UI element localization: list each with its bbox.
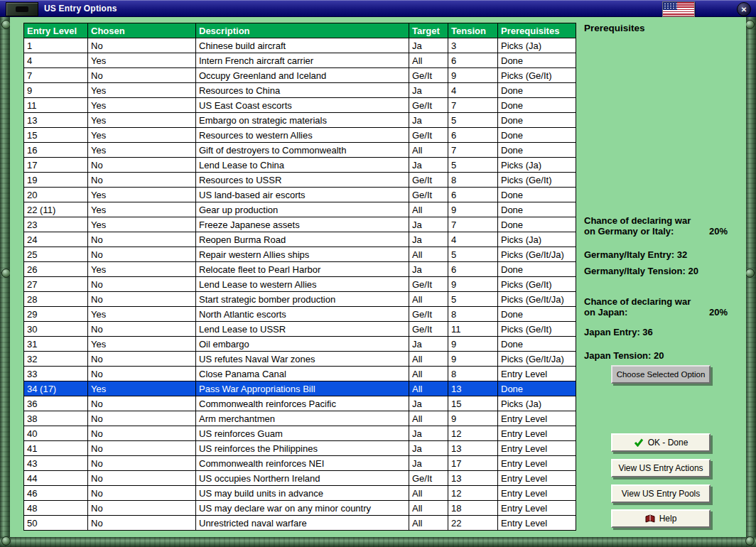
table-cell: Yes [88, 188, 196, 202]
table-cell: Pass War Appropriations Bill [196, 381, 409, 396]
ok-done-button[interactable]: OK - Done [611, 433, 711, 452]
table-cell: 43 [24, 456, 88, 471]
table-cell: No [88, 292, 196, 307]
table-row[interactable]: 46NoUS may build units in advanceAll12En… [24, 486, 576, 501]
table-row[interactable]: 28NoStart strategic bomber productionAll… [24, 292, 576, 307]
table-cell: No [88, 232, 196, 247]
table-row[interactable]: 1NoChinese build aircraftJa3Picks (Ja) [24, 38, 576, 53]
table-row[interactable]: 9YesResources to ChinaJa4Done [24, 83, 576, 98]
table-row[interactable]: 17NoLend Lease to ChinaJa5Picks (Ja) [24, 158, 576, 173]
table-cell: 9 [24, 83, 88, 98]
table-row[interactable]: 41NoUS reinforces the PhilippinesJa13Ent… [24, 441, 576, 456]
table-cell: Lend Lease to China [196, 158, 409, 173]
table-cell: Ge/It [409, 173, 448, 188]
table-cell: Done [498, 53, 576, 68]
window-title: US Entry Options [44, 0, 117, 17]
table-cell: 8 [448, 367, 498, 381]
column-header[interactable]: Tension [448, 23, 498, 38]
table-cell: Entry Level [498, 411, 576, 426]
table-row[interactable]: 25NoRepair western Allies shipsAll5Picks… [24, 247, 576, 262]
column-header[interactable]: Prerequisites [498, 23, 576, 38]
column-header[interactable]: Target [409, 23, 448, 38]
table-cell: 9 [448, 68, 498, 83]
table-row[interactable]: 11YesUS East Coast escortsGe/It7Done [24, 98, 576, 113]
table-cell: No [88, 501, 196, 516]
table-cell: No [88, 516, 196, 531]
help-button[interactable]: Help [611, 509, 711, 528]
table-cell: Picks (Ja) [498, 232, 576, 247]
table-cell: 7 [448, 98, 498, 113]
table-row[interactable]: 40NoUS reinforces GuamJa12Entry Level [24, 426, 576, 441]
table-cell: 6 [448, 53, 498, 68]
japan-chance-block: Chance of declaring war on Japan: 20% [584, 296, 728, 318]
table-cell: Ja [409, 113, 448, 128]
table-row[interactable]: 30NoLend Lease to USSRGe/It11Picks (Ge/I… [24, 322, 576, 337]
table-cell: Done [498, 143, 576, 158]
table-row[interactable]: 22 (11)YesGear up productionAll9Done [24, 202, 576, 217]
app-icon [6, 2, 38, 16]
table-row[interactable]: 4YesIntern French aircraft carrierAll6Do… [24, 53, 576, 68]
column-header[interactable]: Chosen [88, 23, 196, 38]
germany-tension-stat: Germany/Italy Tension: 20 [584, 266, 698, 276]
table-row[interactable]: 48NoUS may declare war on any minor coun… [24, 501, 576, 516]
table-row[interactable]: 32NoUS refutes Naval War zonesAll9Picks … [24, 352, 576, 367]
table-row[interactable]: 43NoCommonwealth reinforces NEIJa17Entry… [24, 456, 576, 471]
table-row[interactable]: 13YesEmbargo on strategic materialsJa5Do… [24, 113, 576, 128]
table-row[interactable]: 29YesNorth Atlantic escortsGe/It8Done [24, 307, 576, 322]
table-row[interactable]: 33NoClose Panama CanalAll8Entry Level [24, 367, 576, 381]
table-cell: 11 [24, 98, 88, 113]
table-cell: Lend Lease to USSR [196, 322, 409, 337]
table-cell: Picks (Ge/It) [498, 68, 576, 83]
close-icon[interactable]: ✕ [737, 2, 751, 16]
table-cell: US may declare war on any minor country [196, 501, 409, 516]
table-row[interactable]: 23YesFreeze Japanese assetsJa7Done [24, 217, 576, 232]
table-row[interactable]: 38NoArm merchantmenAll9Entry Level [24, 411, 576, 426]
table-row[interactable]: 15YesResources to western AlliesGe/It6Do… [24, 128, 576, 143]
column-header[interactable]: Description [196, 23, 409, 38]
table-row[interactable]: 20YesUS land-based air escortsGe/It6Done [24, 188, 576, 202]
table-cell: 50 [24, 516, 88, 531]
table-cell: 20 [24, 188, 88, 202]
table-row[interactable]: 27NoLend Lease to western AlliesGe/It9Pi… [24, 277, 576, 292]
table-cell: 44 [24, 471, 88, 486]
table-cell: 24 [24, 232, 88, 247]
table-cell: No [88, 367, 196, 381]
help-label: Help [659, 514, 677, 524]
table-cell: Entry Level [498, 486, 576, 501]
view-us-entry-pools-button[interactable]: View US Entry Pools [611, 484, 711, 503]
table-cell: Ge/It [409, 128, 448, 143]
choose-selected-option-button[interactable]: Choose Selected Option [611, 365, 711, 384]
table-cell: Done [498, 98, 576, 113]
table-row[interactable]: 31YesOil embargoJa9Done [24, 337, 576, 352]
table-cell: 22 [448, 516, 498, 531]
table-cell: Ja [409, 38, 448, 53]
table-row[interactable]: 34 (17)YesPass War Appropriations BillAl… [24, 381, 576, 396]
table-row[interactable]: 24NoReopen Burma RoadJa4Picks (Ja) [24, 232, 576, 247]
table-row[interactable]: 50NoUnrestricted naval warfareAll22Entry… [24, 516, 576, 531]
table-cell: 11 [448, 322, 498, 337]
table-cell: All [409, 53, 448, 68]
table-cell: 38 [24, 411, 88, 426]
table-cell: 12 [448, 486, 498, 501]
column-header[interactable]: Entry Level [24, 23, 88, 38]
germany-chance-line1: Chance of declaring war [584, 215, 728, 226]
table-cell: No [88, 277, 196, 292]
table-cell: 5 [448, 292, 498, 307]
table-cell: 8 [448, 307, 498, 322]
table-cell: 22 (11) [24, 202, 88, 217]
table-cell: Resources to China [196, 83, 409, 98]
table-row[interactable]: 36NoCommonwealth reinforces PacificJa15P… [24, 396, 576, 411]
us-entry-options-window: { "colors": { "header_green": "#00a550",… [0, 0, 756, 547]
table-row[interactable]: 26YesRelocate fleet to Pearl HarborJa6Do… [24, 262, 576, 277]
table-cell: All [409, 411, 448, 426]
table-cell: Ge/It [409, 68, 448, 83]
table-cell: Done [498, 83, 576, 98]
table-cell: 13 [448, 441, 498, 456]
view-us-entry-actions-button[interactable]: View US Entry Actions [611, 459, 711, 477]
table-cell: Done [498, 262, 576, 277]
table-row[interactable]: 19NoResources to USSRGe/It8Picks (Ge/It) [24, 173, 576, 188]
table-row[interactable]: 16YesGift of destroyers to CommonwealthA… [24, 143, 576, 158]
table-row[interactable]: 7NoOccupy Greenland and IcelandGe/It9Pic… [24, 68, 576, 83]
table-cell: 26 [24, 262, 88, 277]
table-row[interactable]: 44NoUS occupies Northern IrelandGe/It13E… [24, 471, 576, 486]
